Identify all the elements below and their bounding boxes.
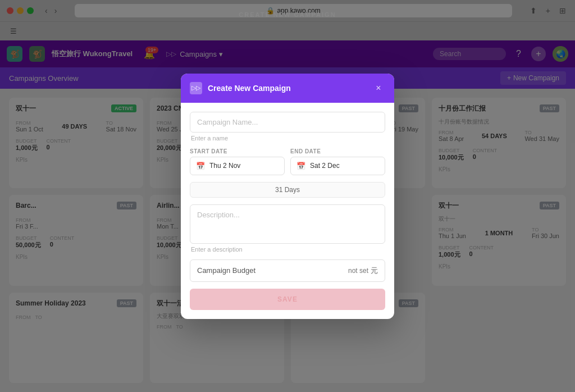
end-date-picker[interactable]: 📅 Sat 2 Dec	[290, 157, 385, 175]
save-button[interactable]: SAVE	[190, 289, 385, 310]
budget-input-wrap: 元	[335, 266, 378, 276]
description-field-group: Enter a description	[190, 204, 385, 253]
modal-body: Enter a name START DATE 📅 Thu 2 Nov END …	[181, 103, 394, 319]
days-display: 31 Days	[190, 182, 385, 198]
end-date-field-group: END DATE 📅 Sat 2 Dec	[290, 148, 385, 175]
end-date-value: Sat 2 Dec	[310, 162, 340, 170]
budget-field: Campaign Budget 元	[190, 259, 385, 282]
create-campaign-modal: ▷▷ Create New Campaign × Enter a name ST…	[181, 74, 394, 319]
description-hint: Enter a description	[191, 246, 385, 253]
app-container: 🐒 🐒 悟空旅行 WukongTravel 🔔 19+ ▷▷ Campaigns…	[0, 40, 575, 392]
create-panel-label: CREATE NEW CAMPAIGN	[239, 11, 336, 18]
calendar-icon: 📅	[296, 162, 305, 170]
campaign-name-input[interactable]	[190, 112, 385, 133]
currency-symbol: 元	[371, 266, 378, 276]
start-date-picker[interactable]: 📅 Thu 2 Nov	[190, 157, 285, 175]
modal-overlay[interactable]: CREATE NEW CAMPAIGN ▷▷ Create New Campai…	[0, 0, 575, 392]
end-date-label: END DATE	[290, 148, 385, 154]
budget-input[interactable]	[335, 267, 368, 275]
modal-close-button[interactable]: ×	[372, 81, 385, 95]
modal-title: Create New Campaign	[208, 84, 366, 93]
date-fields: START DATE 📅 Thu 2 Nov END DATE 📅 Sat 2 …	[190, 148, 385, 175]
modal-logo-icon: ▷▷	[190, 82, 202, 94]
start-date-value: Thu 2 Nov	[209, 162, 240, 170]
start-date-label: START DATE	[190, 148, 285, 154]
modal-header: ▷▷ Create New Campaign ×	[181, 74, 394, 103]
name-hint: Enter a name	[191, 135, 385, 142]
budget-field-label: Campaign Budget	[197, 266, 255, 275]
description-input[interactable]	[190, 204, 385, 244]
start-date-field-group: START DATE 📅 Thu 2 Nov	[190, 148, 285, 175]
campaign-name-field: Enter a name	[190, 112, 385, 142]
calendar-icon: 📅	[196, 162, 205, 170]
